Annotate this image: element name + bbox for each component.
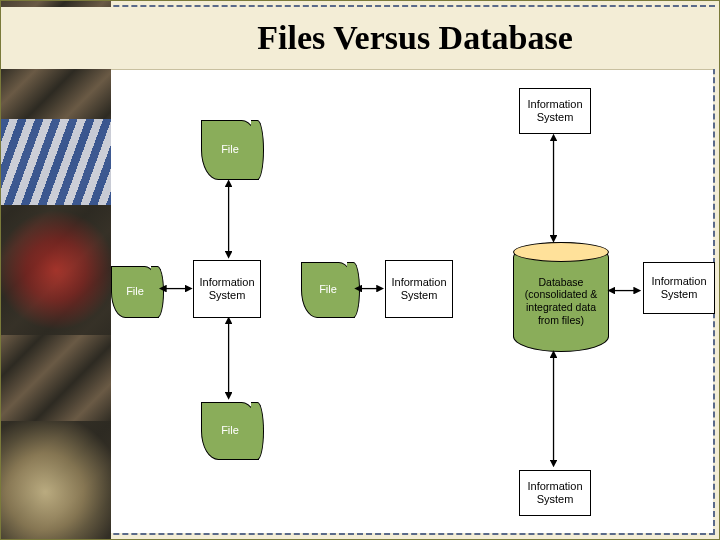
info-system-right-db: Information System [643,262,715,314]
file-label: File [221,424,239,437]
file-label: File [126,285,144,298]
info-system-top-db: Information System [519,88,591,134]
title-bar: Files Versus Database [1,7,719,69]
file-node-left: File [111,266,159,318]
slide-title: Files Versus Database [1,19,719,57]
info-system-right: Information System [385,260,453,318]
diagram-canvas: File File Information System File Inform… [111,69,713,533]
file-node-bottom: File [201,402,259,460]
info-system-center: Information System [193,260,261,318]
file-label: File [319,283,337,296]
decorative-ribbon [1,119,111,205]
file-node-right: File [301,262,355,318]
info-system-label: Information System [390,276,448,302]
database-label: Database (consolidated & integrated data… [520,276,602,326]
decorative-side-image [1,1,111,539]
slide: Files Versus Database File File Informat… [0,0,720,540]
info-system-label: Information System [648,275,710,301]
database-node: Database (consolidated & integrated data… [513,242,609,352]
info-system-label: Information System [198,276,256,302]
file-label: File [221,143,239,156]
file-node-top: File [201,120,259,180]
info-system-label: Information System [524,98,586,124]
info-system-bottom-db: Information System [519,470,591,516]
info-system-label: Information System [524,480,586,506]
